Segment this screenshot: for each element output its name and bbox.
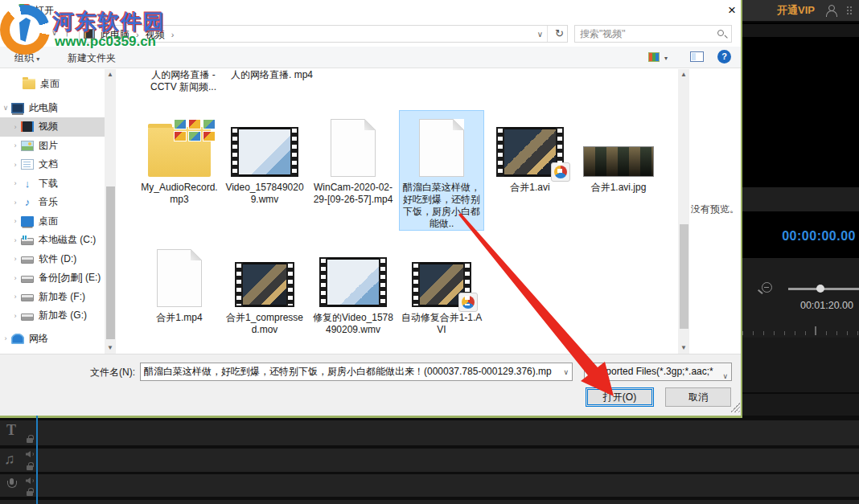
chevron-collapsed-icon[interactable]: › bbox=[11, 312, 19, 320]
zoom-out-icon[interactable] bbox=[762, 282, 772, 293]
cancel-button[interactable]: 取消 bbox=[665, 387, 731, 407]
player-badge-icon bbox=[458, 293, 478, 312]
videos-icon bbox=[21, 121, 34, 132]
sidebar-item-network[interactable]: › 网络 bbox=[0, 330, 105, 349]
clipped-file-label[interactable]: 人的网络直播 - CCTV 新闻频... bbox=[139, 69, 228, 92]
address-dropdown-icon[interactable]: ∨ bbox=[537, 30, 543, 39]
scroll-down-icon[interactable]: ▼ bbox=[678, 342, 689, 354]
player-badge-icon bbox=[551, 162, 570, 182]
timeline-zoom-slider-thumb[interactable] bbox=[816, 285, 824, 293]
filmstrip-icon bbox=[319, 257, 387, 307]
file-item-wincam[interactable]: WinCam-2020-02-29-[09-26-57].mp4 bbox=[311, 114, 395, 206]
text-track-lock-icon[interactable] bbox=[27, 438, 33, 444]
new-folder-button[interactable]: 新建文件夹 bbox=[68, 51, 116, 65]
resize-grip[interactable] bbox=[730, 403, 740, 412]
view-mode-dropdown-icon[interactable]: ▾ bbox=[664, 55, 668, 62]
menu-dots-icon[interactable] bbox=[847, 6, 853, 15]
chevron-collapsed-icon[interactable]: › bbox=[2, 334, 10, 342]
music-track[interactable] bbox=[0, 449, 859, 472]
voice-track-lock-icon[interactable] bbox=[27, 491, 33, 497]
vip-button[interactable]: 开通VIP bbox=[777, 3, 815, 18]
timeline-ruler[interactable] bbox=[742, 320, 859, 338]
sidebar-item-downloads[interactable]: › ↓ 下载 bbox=[0, 174, 105, 194]
sidebar-item-drive-g[interactable]: › 新加卷 (G:) bbox=[0, 306, 105, 326]
file-item-video-wmv[interactable]: Video_1578490209.wmv bbox=[223, 114, 306, 206]
voice-track-speaker-icon[interactable] bbox=[26, 477, 33, 484]
file-item-selected-culiu[interactable]: 醋溜白菜这样做，好吃到爆，还特别下饭，厨房小白都能做.. bbox=[400, 111, 483, 230]
sidebar-item-pictures[interactable]: › 图片 bbox=[0, 137, 105, 156]
search-box[interactable] bbox=[574, 25, 732, 43]
sidebar-item-drive-d[interactable]: › 软件 (D:) bbox=[0, 250, 105, 269]
sidebar-item-documents[interactable]: › 文档 bbox=[0, 155, 105, 174]
chevron-collapsed-icon[interactable]: › bbox=[11, 217, 19, 225]
view-mode-icon[interactable] bbox=[648, 52, 660, 62]
file-item-hebing1-avi[interactable]: 合并1.avi bbox=[488, 114, 572, 194]
chevron-collapsed-icon[interactable]: › bbox=[11, 179, 19, 187]
sidebar-item-drive-c[interactable]: › 本地磁盘 (C:) bbox=[0, 231, 105, 250]
chevron-collapsed-icon[interactable]: › bbox=[11, 255, 19, 263]
sidebar-item-this-pc[interactable]: ∨ 此电脑 bbox=[0, 99, 105, 118]
screen: 开通VIP 00:00:00.00 00:01:20.00 T ♫ bbox=[0, 0, 859, 504]
chevron-collapsed-icon[interactable]: › bbox=[11, 236, 19, 244]
sidebar-item-videos[interactable]: › 视频 bbox=[0, 117, 105, 137]
drive-icon bbox=[21, 276, 34, 283]
filename-input[interactable] bbox=[144, 365, 553, 379]
no-preview-text: 没有预览。 bbox=[689, 203, 741, 216]
sidebar-item-drive-e[interactable]: › 备份[勿删] (E:) bbox=[0, 268, 105, 288]
player-toolbar-strip bbox=[742, 24, 859, 37]
watermark-site-url: www.pc0359.cn bbox=[55, 34, 156, 50]
sidebar-item-music[interactable]: › ♪ 音乐 bbox=[0, 193, 105, 212]
watermark-logo bbox=[0, 5, 50, 55]
sidebar-scrollbar-thumb[interactable] bbox=[106, 186, 115, 339]
folder-with-thumbnails-icon bbox=[148, 127, 211, 177]
refresh-icon[interactable]: ↻ bbox=[555, 27, 564, 39]
sidebar-item-desktop[interactable]: › 桌面 bbox=[0, 212, 105, 232]
voice-track[interactable] bbox=[0, 474, 859, 497]
account-icon[interactable] bbox=[825, 5, 836, 16]
chevron-collapsed-icon[interactable]: › bbox=[11, 161, 19, 169]
scroll-up-icon[interactable]: ▲ bbox=[678, 69, 689, 80]
file-item-audiorecord[interactable]: My_AudioRecord.mp3 bbox=[138, 114, 221, 206]
filename-combo[interactable]: ∨ bbox=[140, 363, 573, 381]
chevron-collapsed-icon[interactable]: › bbox=[11, 141, 19, 150]
chevron-collapsed-icon[interactable]: › bbox=[11, 274, 19, 282]
file-item-hebing1-jpg[interactable]: 合并1.avi.jpg bbox=[577, 114, 660, 194]
file-item-autorepair-avi[interactable]: 自动修复合并1-1.AVI bbox=[400, 244, 483, 336]
chevron-collapsed-icon[interactable]: › bbox=[11, 199, 19, 207]
filmstrip-icon bbox=[412, 262, 471, 307]
document-icon bbox=[157, 249, 202, 307]
file-item-compressed-mov[interactable]: 合并1_compressed.mov bbox=[223, 244, 306, 336]
chevron-collapsed-icon[interactable]: › bbox=[11, 123, 19, 131]
close-icon[interactable]: × bbox=[722, 1, 742, 20]
preview-pane-icon[interactable] bbox=[690, 51, 704, 62]
sidebar-scrollbar[interactable]: ▲ ▼ bbox=[105, 69, 116, 354]
filetype-dropdown-icon[interactable]: ∨ bbox=[722, 368, 728, 381]
search-input[interactable] bbox=[580, 27, 709, 40]
open-button[interactable]: 打开(O) bbox=[586, 387, 654, 407]
scroll-up-icon[interactable]: ▲ bbox=[105, 69, 116, 80]
dialog-toolbar: 组织 ▾ 新建文件夹 ▾ ? bbox=[0, 47, 741, 68]
downloads-icon: ↓ bbox=[21, 178, 34, 189]
chevron-collapsed-icon[interactable]: › bbox=[11, 293, 19, 301]
sidebar-item-desktop-pinned[interactable]: 桌面 bbox=[0, 75, 105, 94]
extra-track[interactable] bbox=[0, 500, 859, 504]
ruler-ticks bbox=[742, 331, 859, 335]
text-track[interactable] bbox=[0, 420, 859, 445]
image-thumbnail bbox=[583, 146, 654, 177]
help-icon[interactable]: ? bbox=[717, 50, 731, 64]
pictures-icon bbox=[21, 141, 34, 151]
chevron-expanded-icon[interactable]: ∨ bbox=[2, 104, 10, 112]
file-item-hebing1-mp4[interactable]: 合并1.mp4 bbox=[138, 244, 221, 324]
file-list-scrollbar[interactable]: ▲ ▼ bbox=[678, 69, 689, 354]
filename-dropdown-icon[interactable]: ∨ bbox=[563, 368, 569, 376]
playhead[interactable] bbox=[36, 416, 38, 504]
scroll-down-icon[interactable]: ▼ bbox=[105, 342, 116, 354]
file-list-scrollbar-thumb[interactable] bbox=[680, 224, 688, 329]
music-track-speaker-icon[interactable] bbox=[26, 451, 33, 457]
filetype-select[interactable]: Supported Files(*.3gp;*.aac;* ∨ bbox=[584, 363, 732, 381]
file-item-repaired-wmv[interactable]: 修复的Video_1578490209.wmv bbox=[311, 244, 395, 336]
music-track-lock-icon[interactable] bbox=[27, 465, 33, 471]
filmstrip-icon bbox=[231, 127, 298, 177]
clipped-file-label[interactable]: 人的网络直播. mp4 bbox=[228, 69, 316, 81]
sidebar-item-drive-f[interactable]: › 新加卷 (F:) bbox=[0, 288, 105, 307]
